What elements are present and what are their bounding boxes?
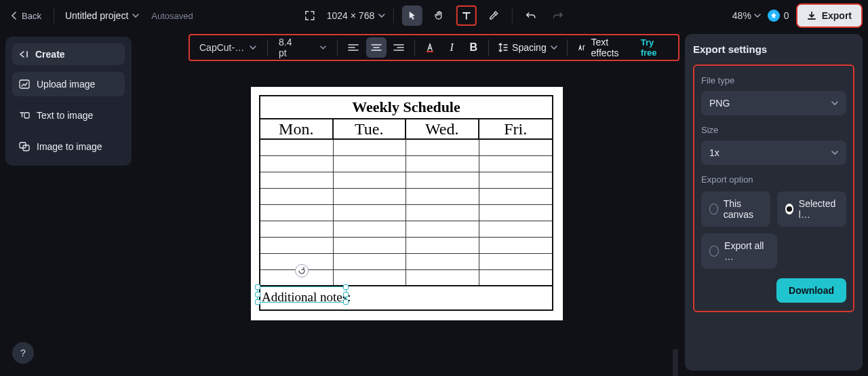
redo-button[interactable] bbox=[548, 5, 568, 26]
align-right-icon bbox=[393, 43, 404, 52]
download-icon bbox=[807, 11, 816, 20]
credits-coin-icon bbox=[768, 10, 780, 22]
project-name-dropdown[interactable]: Untitled project bbox=[61, 7, 143, 24]
text-color-button[interactable] bbox=[420, 37, 439, 58]
redo-icon bbox=[553, 11, 564, 20]
select-tool-button[interactable] bbox=[402, 5, 422, 26]
bold-button[interactable]: B bbox=[464, 37, 483, 58]
chevron-down-icon bbox=[831, 100, 838, 106]
rotate-handle[interactable] bbox=[295, 264, 309, 278]
chevron-down-icon bbox=[754, 13, 761, 18]
align-left-button[interactable] bbox=[343, 37, 363, 58]
export-settings-panel: Export settings File type PNG Size 1x Ex… bbox=[685, 34, 863, 371]
text-to-image-label: Text to image bbox=[37, 110, 93, 121]
schedule-header-cell: Fri. bbox=[479, 119, 553, 138]
option-label: This canvas bbox=[724, 198, 762, 220]
eyedropper-icon bbox=[488, 10, 499, 21]
align-center-button[interactable] bbox=[366, 37, 387, 58]
canvas-size-dropdown[interactable]: 1024 × 768 bbox=[327, 10, 385, 21]
file-type-value: PNG bbox=[709, 98, 730, 109]
collapse-icon bbox=[19, 50, 28, 58]
resize-handle[interactable] bbox=[343, 292, 349, 297]
text-effects-button[interactable]: Text effects Try free bbox=[573, 34, 674, 61]
radio-icon bbox=[785, 204, 793, 214]
schedule-header-cell: Mon. bbox=[260, 119, 334, 138]
resize-handle[interactable] bbox=[255, 292, 260, 297]
chevron-down-icon bbox=[831, 150, 838, 155]
resize-handle[interactable] bbox=[255, 299, 260, 305]
eyedropper-tool-button[interactable] bbox=[484, 5, 504, 26]
zoom-dropdown[interactable]: 48% bbox=[732, 10, 761, 21]
document-canvas[interactable]: Weekly Schedule Mon. Tue. Wed. Fri. Addi… bbox=[251, 87, 563, 320]
export-settings-title: Export settings bbox=[693, 43, 854, 55]
rotate-icon bbox=[298, 267, 306, 275]
spacing-icon bbox=[498, 43, 508, 52]
chevron-left-icon bbox=[11, 12, 18, 20]
schedule-header-row: Mon. Tue. Wed. Fri. bbox=[260, 119, 552, 140]
scrollbar[interactable] bbox=[673, 349, 678, 376]
svg-rect-2 bbox=[24, 113, 29, 118]
canvas-area[interactable]: Weekly Schedule Mon. Tue. Wed. Fri. Addi… bbox=[136, 64, 678, 376]
upload-image-label: Upload image bbox=[37, 79, 95, 90]
export-option-label: Export option bbox=[701, 174, 846, 185]
create-label: Create bbox=[35, 49, 65, 60]
text-color-icon bbox=[425, 42, 435, 53]
help-button[interactable]: ? bbox=[12, 342, 34, 364]
resize-handle[interactable] bbox=[343, 284, 349, 290]
hand-tool-button[interactable] bbox=[429, 5, 450, 26]
divider bbox=[267, 39, 268, 56]
text-to-image-button[interactable]: Text to image bbox=[12, 103, 125, 128]
align-right-button[interactable] bbox=[389, 37, 410, 58]
autosave-status: Autosaved bbox=[151, 11, 193, 21]
text-context-toolbar: CapCut-… 8.4 pt I B Spacing Text effects… bbox=[189, 34, 679, 61]
image-to-image-button[interactable]: Image to image bbox=[12, 134, 125, 159]
undo-icon bbox=[526, 11, 536, 20]
text-icon bbox=[462, 11, 471, 20]
document-frame: Weekly Schedule Mon. Tue. Wed. Fri. Addi… bbox=[259, 95, 553, 311]
upload-image-button[interactable]: Upload image bbox=[12, 72, 125, 96]
chevron-down-icon bbox=[378, 13, 385, 18]
export-option-export-all[interactable]: Export all … bbox=[701, 233, 777, 269]
chevron-down-icon bbox=[250, 45, 256, 50]
star-icon bbox=[770, 12, 777, 19]
svg-rect-0 bbox=[427, 51, 433, 52]
credits-value: 0 bbox=[784, 10, 789, 21]
radio-icon bbox=[709, 204, 718, 214]
resize-canvas-button[interactable] bbox=[300, 5, 320, 26]
text-to-image-icon bbox=[19, 111, 30, 120]
schedule-title: Weekly Schedule bbox=[260, 96, 552, 119]
image-to-image-icon bbox=[19, 142, 30, 151]
back-button[interactable]: Back bbox=[5, 7, 47, 25]
font-family-dropdown[interactable]: CapCut-… bbox=[194, 39, 262, 56]
file-type-dropdown[interactable]: PNG bbox=[701, 91, 846, 115]
resize-handle[interactable] bbox=[343, 299, 349, 305]
divider bbox=[414, 39, 415, 56]
ai-icon bbox=[577, 43, 586, 52]
resize-handle[interactable] bbox=[255, 284, 260, 290]
align-left-icon bbox=[348, 43, 359, 52]
undo-button[interactable] bbox=[521, 5, 541, 26]
font-family-value: CapCut-… bbox=[199, 42, 244, 53]
divider bbox=[567, 39, 568, 56]
cursor-icon bbox=[408, 10, 417, 21]
resize-icon bbox=[304, 10, 315, 21]
create-button[interactable]: Create bbox=[12, 43, 125, 65]
divider bbox=[488, 39, 489, 56]
divider bbox=[512, 8, 513, 23]
size-dropdown[interactable]: 1x bbox=[701, 140, 846, 165]
upload-image-icon bbox=[19, 79, 30, 89]
export-button[interactable]: Export bbox=[796, 3, 863, 28]
font-size-dropdown[interactable]: 8.4 pt bbox=[273, 34, 332, 61]
left-sidebar: Create Upload image Text to image Image … bbox=[5, 37, 132, 166]
divider bbox=[337, 39, 338, 56]
credits-button[interactable]: 0 bbox=[768, 10, 789, 22]
italic-button[interactable]: I bbox=[442, 37, 461, 58]
export-option-selected-layers[interactable]: Selected l… bbox=[777, 191, 846, 227]
download-button[interactable]: Download bbox=[776, 278, 846, 303]
spacing-dropdown[interactable]: Spacing bbox=[494, 39, 561, 56]
download-label: Download bbox=[789, 285, 834, 296]
chevron-down-icon bbox=[320, 45, 326, 50]
text-tool-button[interactable] bbox=[456, 5, 477, 26]
export-option-this-canvas[interactable]: This canvas bbox=[701, 191, 770, 227]
text-selection-box[interactable] bbox=[257, 286, 347, 303]
